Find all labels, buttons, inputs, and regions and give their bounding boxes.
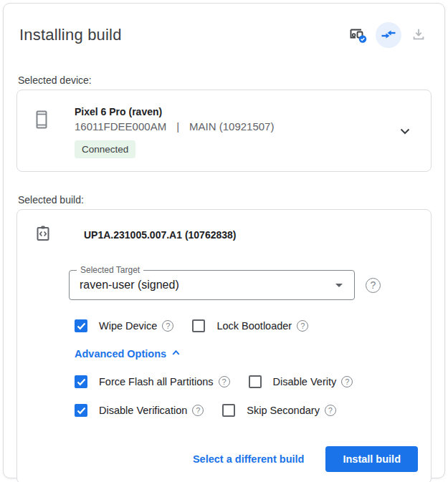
selected-device-label: Selected device: [16,74,432,86]
target-select-row: Selected Target raven-user (signed) [69,270,418,300]
build-name: UP1A.231005.007.A1 (10762838) [84,229,237,241]
selected-build-card: UP1A.231005.007.A1 (10762838) Selected T… [16,209,432,482]
help-icon[interactable] [219,376,230,387]
caret-up-icon [171,347,181,360]
selected-device-card: Pixel 6 Pro (raven) 16011FDEE000AM | MAI… [16,90,432,172]
help-icon[interactable] [341,376,353,387]
clipboard-code-icon [34,224,52,246]
checkbox-skip-secondary[interactable]: Skip Secondary [222,404,336,417]
device-card-expander[interactable] [392,118,418,147]
dialog-header: Installing build [16,22,432,48]
selected-target-field-label: Selected Target [77,265,143,275]
checkbox-force-flash[interactable]: Force Flash all Partitions [75,375,230,388]
device-name: Pixel 6 Pro (raven) [75,106,392,117]
checkbox-label: Lock Bootloader [216,320,292,332]
device-info: Pixel 6 Pro (raven) 16011FDEE000AM | MAI… [75,106,392,158]
checkbox-box[interactable] [75,375,87,388]
selected-build-label: Selected build: [16,194,432,206]
help-icon[interactable] [325,405,336,416]
chevron-down-icon [396,130,414,142]
advanced-options-toggle[interactable]: Advanced Options [75,347,418,360]
checkbox-box[interactable] [249,375,262,388]
checkbox-wipe-device[interactable]: Wipe Device [75,319,173,332]
install-build-button[interactable]: Install build [325,446,418,472]
build-title-row: UP1A.231005.007.A1 (10762838) [34,224,418,246]
installing-build-dialog: Installing build [3,3,445,478]
checkbox-disable-verity[interactable]: Disable Verity [249,375,353,388]
devices-with-check-icon [348,25,369,46]
help-icon[interactable] [162,320,173,332]
checkbox-label: Wipe Device [99,320,157,332]
checkbox-label: Disable Verity [273,376,337,387]
checkbox-label: Force Flash all Partitions [99,376,214,387]
selected-target-value: raven-user (signed) [80,279,335,291]
status-badge: Connected [75,140,135,158]
checkbox-label: Skip Secondary [247,405,320,416]
page-title: Installing build [16,26,122,44]
checkbox-lock-bootloader[interactable]: Lock Bootloader [192,319,308,332]
checkbox-box[interactable] [222,404,235,417]
download-build-button[interactable] [406,22,432,48]
checkbox-box[interactable] [192,319,205,332]
build-options-body: Selected Target raven-user (signed) Wipe… [69,270,418,417]
smartphone-icon [33,109,50,133]
select-different-build-button[interactable]: Select a different build [190,448,308,471]
device-serial: 16011FDEE000AM [75,120,166,132]
device-branch: MAIN (10921507) [189,120,274,132]
checkbox-disable-verification[interactable]: Disable Verification [75,404,204,417]
checkbox-label: Disable Verification [99,405,187,416]
devices-connected-button[interactable] [345,22,371,48]
checkbox-box[interactable] [75,404,87,417]
download-icon [411,26,426,44]
dropdown-arrow-icon [335,284,343,287]
target-help-icon[interactable] [366,278,381,293]
options-row-1: Wipe Device Lock Bootloader [75,319,418,332]
separator: | [176,120,179,132]
help-icon[interactable] [297,320,308,332]
options-row-2: Force Flash all Partitions Disable Verit… [75,375,418,388]
help-icon[interactable] [192,405,204,416]
build-card-actions: Select a different build Install build [34,446,418,472]
checkbox-box[interactable] [75,319,87,332]
connect-arrows-icon [381,26,396,44]
advanced-options-label: Advanced Options [75,348,166,360]
device-serial-row: 16011FDEE000AM | MAIN (10921507) [75,120,392,132]
header-icon-group [345,22,432,48]
connect-device-button[interactable] [376,22,401,48]
options-row-3: Disable Verification Skip Secondary [75,404,418,417]
selected-target-select[interactable]: Selected Target raven-user (signed) [69,270,355,300]
